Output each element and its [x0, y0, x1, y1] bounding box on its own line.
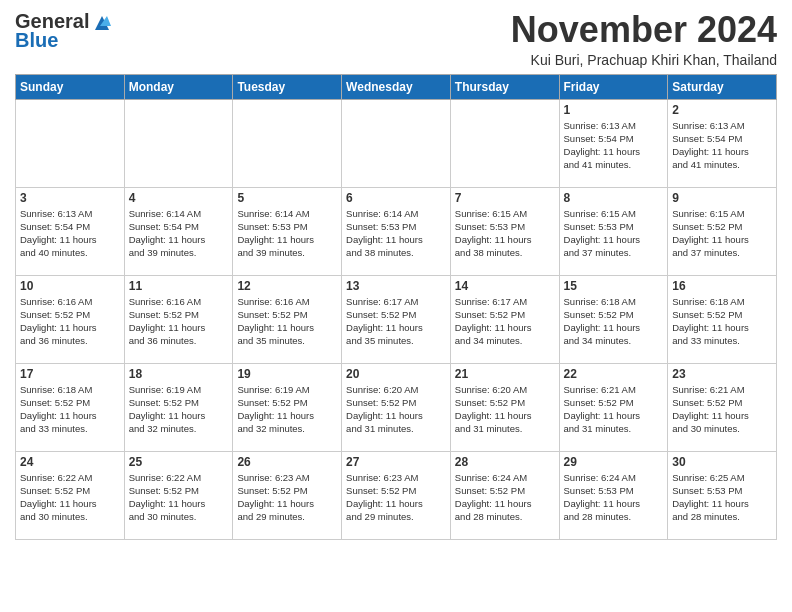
day-number: 12 [237, 279, 337, 293]
week-row-1: 3Sunrise: 6:13 AM Sunset: 5:54 PM Daylig… [16, 187, 777, 275]
weekday-header-row: SundayMondayTuesdayWednesdayThursdayFrid… [16, 74, 777, 99]
day-number: 15 [564, 279, 664, 293]
calendar-cell: 29Sunrise: 6:24 AM Sunset: 5:53 PM Dayli… [559, 451, 668, 539]
day-info: Sunrise: 6:16 AM Sunset: 5:52 PM Dayligh… [129, 295, 229, 348]
day-number: 22 [564, 367, 664, 381]
calendar-cell: 30Sunrise: 6:25 AM Sunset: 5:53 PM Dayli… [668, 451, 777, 539]
weekday-header-friday: Friday [559, 74, 668, 99]
calendar-cell: 22Sunrise: 6:21 AM Sunset: 5:52 PM Dayli… [559, 363, 668, 451]
calendar-cell: 25Sunrise: 6:22 AM Sunset: 5:52 PM Dayli… [124, 451, 233, 539]
header: General Blue November 2024 Kui Buri, Pra… [15, 10, 777, 68]
day-info: Sunrise: 6:20 AM Sunset: 5:52 PM Dayligh… [346, 383, 446, 436]
weekday-header-sunday: Sunday [16, 74, 125, 99]
day-info: Sunrise: 6:14 AM Sunset: 5:54 PM Dayligh… [129, 207, 229, 260]
calendar-table: SundayMondayTuesdayWednesdayThursdayFrid… [15, 74, 777, 540]
day-number: 13 [346, 279, 446, 293]
calendar-cell: 27Sunrise: 6:23 AM Sunset: 5:52 PM Dayli… [342, 451, 451, 539]
day-number: 25 [129, 455, 229, 469]
day-info: Sunrise: 6:13 AM Sunset: 5:54 PM Dayligh… [20, 207, 120, 260]
day-number: 1 [564, 103, 664, 117]
day-info: Sunrise: 6:21 AM Sunset: 5:52 PM Dayligh… [564, 383, 664, 436]
calendar-cell: 26Sunrise: 6:23 AM Sunset: 5:52 PM Dayli… [233, 451, 342, 539]
calendar-cell: 15Sunrise: 6:18 AM Sunset: 5:52 PM Dayli… [559, 275, 668, 363]
calendar-cell [342, 99, 451, 187]
week-row-3: 17Sunrise: 6:18 AM Sunset: 5:52 PM Dayli… [16, 363, 777, 451]
day-info: Sunrise: 6:24 AM Sunset: 5:53 PM Dayligh… [564, 471, 664, 524]
logo: General Blue [15, 10, 113, 52]
calendar-cell: 2Sunrise: 6:13 AM Sunset: 5:54 PM Daylig… [668, 99, 777, 187]
day-number: 6 [346, 191, 446, 205]
day-info: Sunrise: 6:18 AM Sunset: 5:52 PM Dayligh… [20, 383, 120, 436]
day-info: Sunrise: 6:18 AM Sunset: 5:52 PM Dayligh… [564, 295, 664, 348]
day-info: Sunrise: 6:16 AM Sunset: 5:52 PM Dayligh… [237, 295, 337, 348]
calendar-cell: 17Sunrise: 6:18 AM Sunset: 5:52 PM Dayli… [16, 363, 125, 451]
calendar-cell: 6Sunrise: 6:14 AM Sunset: 5:53 PM Daylig… [342, 187, 451, 275]
weekday-header-thursday: Thursday [450, 74, 559, 99]
day-info: Sunrise: 6:25 AM Sunset: 5:53 PM Dayligh… [672, 471, 772, 524]
calendar-cell: 28Sunrise: 6:24 AM Sunset: 5:52 PM Dayli… [450, 451, 559, 539]
day-number: 9 [672, 191, 772, 205]
week-row-4: 24Sunrise: 6:22 AM Sunset: 5:52 PM Dayli… [16, 451, 777, 539]
calendar-cell: 24Sunrise: 6:22 AM Sunset: 5:52 PM Dayli… [16, 451, 125, 539]
weekday-header-tuesday: Tuesday [233, 74, 342, 99]
calendar-cell: 14Sunrise: 6:17 AM Sunset: 5:52 PM Dayli… [450, 275, 559, 363]
calendar-cell [233, 99, 342, 187]
day-info: Sunrise: 6:17 AM Sunset: 5:52 PM Dayligh… [346, 295, 446, 348]
calendar-cell: 23Sunrise: 6:21 AM Sunset: 5:52 PM Dayli… [668, 363, 777, 451]
day-info: Sunrise: 6:15 AM Sunset: 5:53 PM Dayligh… [455, 207, 555, 260]
calendar-cell: 4Sunrise: 6:14 AM Sunset: 5:54 PM Daylig… [124, 187, 233, 275]
calendar-cell: 5Sunrise: 6:14 AM Sunset: 5:53 PM Daylig… [233, 187, 342, 275]
day-info: Sunrise: 6:18 AM Sunset: 5:52 PM Dayligh… [672, 295, 772, 348]
day-info: Sunrise: 6:23 AM Sunset: 5:52 PM Dayligh… [237, 471, 337, 524]
calendar-cell: 20Sunrise: 6:20 AM Sunset: 5:52 PM Dayli… [342, 363, 451, 451]
location-title: Kui Buri, Prachuap Khiri Khan, Thailand [511, 52, 777, 68]
day-number: 4 [129, 191, 229, 205]
calendar-cell [124, 99, 233, 187]
calendar-cell: 10Sunrise: 6:16 AM Sunset: 5:52 PM Dayli… [16, 275, 125, 363]
day-number: 8 [564, 191, 664, 205]
day-info: Sunrise: 6:23 AM Sunset: 5:52 PM Dayligh… [346, 471, 446, 524]
day-number: 10 [20, 279, 120, 293]
day-number: 29 [564, 455, 664, 469]
calendar-cell: 18Sunrise: 6:19 AM Sunset: 5:52 PM Dayli… [124, 363, 233, 451]
day-number: 21 [455, 367, 555, 381]
day-number: 19 [237, 367, 337, 381]
day-info: Sunrise: 6:16 AM Sunset: 5:52 PM Dayligh… [20, 295, 120, 348]
week-row-2: 10Sunrise: 6:16 AM Sunset: 5:52 PM Dayli… [16, 275, 777, 363]
day-info: Sunrise: 6:15 AM Sunset: 5:53 PM Dayligh… [564, 207, 664, 260]
calendar-cell: 11Sunrise: 6:16 AM Sunset: 5:52 PM Dayli… [124, 275, 233, 363]
weekday-header-wednesday: Wednesday [342, 74, 451, 99]
day-info: Sunrise: 6:20 AM Sunset: 5:52 PM Dayligh… [455, 383, 555, 436]
day-info: Sunrise: 6:17 AM Sunset: 5:52 PM Dayligh… [455, 295, 555, 348]
logo-blue: Blue [15, 29, 58, 52]
day-number: 5 [237, 191, 337, 205]
weekday-header-monday: Monday [124, 74, 233, 99]
day-info: Sunrise: 6:14 AM Sunset: 5:53 PM Dayligh… [346, 207, 446, 260]
calendar-cell: 7Sunrise: 6:15 AM Sunset: 5:53 PM Daylig… [450, 187, 559, 275]
page: General Blue November 2024 Kui Buri, Pra… [0, 0, 792, 550]
calendar-cell: 13Sunrise: 6:17 AM Sunset: 5:52 PM Dayli… [342, 275, 451, 363]
day-info: Sunrise: 6:21 AM Sunset: 5:52 PM Dayligh… [672, 383, 772, 436]
day-number: 20 [346, 367, 446, 381]
calendar-cell: 19Sunrise: 6:19 AM Sunset: 5:52 PM Dayli… [233, 363, 342, 451]
logo-icon [91, 12, 113, 34]
day-number: 11 [129, 279, 229, 293]
day-number: 24 [20, 455, 120, 469]
day-number: 3 [20, 191, 120, 205]
calendar-cell: 3Sunrise: 6:13 AM Sunset: 5:54 PM Daylig… [16, 187, 125, 275]
day-number: 28 [455, 455, 555, 469]
day-info: Sunrise: 6:24 AM Sunset: 5:52 PM Dayligh… [455, 471, 555, 524]
calendar-cell: 9Sunrise: 6:15 AM Sunset: 5:52 PM Daylig… [668, 187, 777, 275]
day-number: 18 [129, 367, 229, 381]
month-title: November 2024 [511, 10, 777, 50]
calendar-cell: 8Sunrise: 6:15 AM Sunset: 5:53 PM Daylig… [559, 187, 668, 275]
day-info: Sunrise: 6:13 AM Sunset: 5:54 PM Dayligh… [564, 119, 664, 172]
weekday-header-saturday: Saturday [668, 74, 777, 99]
calendar-cell [16, 99, 125, 187]
day-number: 7 [455, 191, 555, 205]
day-info: Sunrise: 6:19 AM Sunset: 5:52 PM Dayligh… [237, 383, 337, 436]
calendar-cell [450, 99, 559, 187]
day-info: Sunrise: 6:13 AM Sunset: 5:54 PM Dayligh… [672, 119, 772, 172]
calendar-cell: 1Sunrise: 6:13 AM Sunset: 5:54 PM Daylig… [559, 99, 668, 187]
day-info: Sunrise: 6:19 AM Sunset: 5:52 PM Dayligh… [129, 383, 229, 436]
